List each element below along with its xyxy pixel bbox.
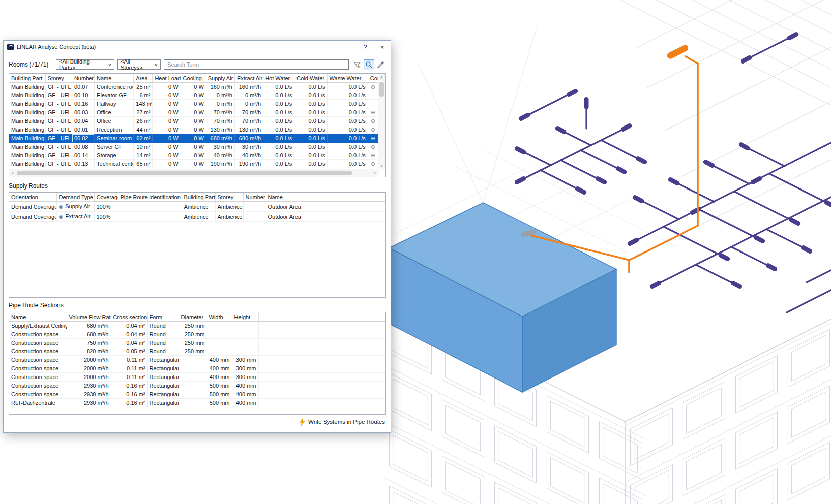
room-row[interactable]: Main BuildingGF - UFL00.08Server GF10 m²… bbox=[9, 143, 378, 151]
room-row-name: Office bbox=[95, 108, 134, 117]
write-systems-action[interactable]: Write Systems in Pipe Routes bbox=[299, 417, 385, 426]
pipe-section-row-height: 300 mm bbox=[232, 356, 258, 364]
filter-icon[interactable] bbox=[352, 59, 363, 70]
column-header-number[interactable]: Number bbox=[243, 193, 266, 202]
column-header-building_part[interactable]: Building Part bbox=[9, 74, 45, 83]
pipe-section-row-height bbox=[232, 330, 258, 339]
pipe-section-row-volume_flow_rate: 680 m³/h bbox=[67, 322, 111, 330]
help-button[interactable]: ? bbox=[357, 41, 374, 53]
building-parts-select[interactable]: <All Building Parts> ∨ bbox=[56, 59, 114, 70]
supply-route-row[interactable]: Demand Coverage◉Supply Air100%AmbienceAm… bbox=[9, 202, 385, 212]
column-header-area[interactable]: Area bbox=[134, 74, 153, 83]
column-header-heat_load[interactable]: Heat Load bbox=[153, 74, 181, 83]
column-header-name[interactable]: Name bbox=[95, 74, 134, 83]
column-header-storey[interactable]: Storey bbox=[215, 193, 243, 202]
pipe-section-row-volume_flow_rate: 2930 m³/h bbox=[67, 382, 111, 390]
column-header-filler[interactable] bbox=[258, 312, 385, 322]
connections-icon: ⊕ bbox=[371, 135, 375, 141]
room-row-building_part: Main Building bbox=[9, 125, 45, 134]
room-row[interactable]: Main BuildingGF - UFL00.13Technical cent… bbox=[9, 160, 378, 168]
pipe-section-row[interactable]: Construction space820 m³/h0.05 m²Round25… bbox=[9, 347, 385, 356]
scroll-right-icon[interactable]: › bbox=[371, 169, 378, 176]
column-header-pipe_route_identification[interactable]: Pipe Route Identification bbox=[118, 193, 182, 202]
room-row-cooling: 0 W bbox=[181, 134, 206, 143]
room-row-waste_water: 0.0 L/s bbox=[327, 151, 368, 160]
pipe-section-row-filler bbox=[258, 356, 385, 364]
column-header-cooling[interactable]: Cooling bbox=[181, 74, 206, 83]
dialog-titlebar[interactable]: LINEAR Analyse Concept (beta) ? × bbox=[4, 41, 391, 53]
close-button[interactable]: × bbox=[374, 41, 391, 53]
column-header-number[interactable]: Number bbox=[72, 74, 94, 83]
room-row[interactable]: Main BuildingGF - UFL00.01Reception44 m²… bbox=[9, 125, 378, 134]
room-row[interactable]: Main BuildingGF - UFL00.07Conference roo… bbox=[9, 83, 378, 91]
column-header-storey[interactable]: Storey bbox=[45, 74, 72, 83]
scroll-up-icon[interactable]: ∧ bbox=[378, 74, 385, 81]
room-row[interactable]: Main BuildingGF - UFL00.10Elevator GF6 m… bbox=[9, 91, 378, 100]
column-header-supply_air[interactable]: Supply Air bbox=[206, 74, 234, 83]
pipe-section-row-volume_flow_rate: 680 m³/h bbox=[67, 330, 111, 339]
column-header-building_part[interactable]: Building Part bbox=[182, 193, 215, 202]
storeys-select[interactable]: <All Storeys> ∨ bbox=[117, 59, 161, 70]
search-icon[interactable] bbox=[364, 59, 374, 70]
room-row-cold_water: 0.0 L/s bbox=[294, 125, 327, 134]
pipe-section-row[interactable]: Construction space750 m³/h0.04 m²Round25… bbox=[9, 339, 385, 347]
column-header-hot_water[interactable]: Hot Water bbox=[263, 74, 294, 83]
pipe-section-row[interactable]: Construction space2000 m³/h0.11 m²Rectan… bbox=[9, 373, 385, 382]
column-header-orientation[interactable]: Orientation bbox=[9, 193, 56, 202]
pipe-section-row-cross_section: 0.16 m² bbox=[111, 390, 147, 399]
column-header-name[interactable]: Name bbox=[266, 193, 385, 202]
vertical-scrollbar[interactable]: ∧ ∨ bbox=[378, 74, 385, 169]
pipe-section-row[interactable]: Construction space2930 m³/h0.16 m²Rectan… bbox=[9, 390, 385, 399]
column-header-waste_water[interactable]: Waste Water bbox=[327, 74, 368, 83]
room-row-cold_water: 0.0 L/s bbox=[294, 108, 327, 117]
column-header-form[interactable]: Form bbox=[147, 312, 179, 322]
column-header-diameter[interactable]: Diameter bbox=[179, 312, 207, 322]
column-header-con[interactable]: Con bbox=[368, 74, 378, 83]
scroll-down-icon[interactable]: ∨ bbox=[378, 162, 385, 169]
room-row-building_part: Main Building bbox=[9, 160, 45, 168]
room-row[interactable]: Main BuildingGF - UFL00.14Storage14 m²0 … bbox=[9, 151, 378, 160]
connections-icon: ⊕ bbox=[371, 109, 375, 115]
vertical-scroll-thumb[interactable] bbox=[379, 82, 384, 97]
pipette-icon[interactable] bbox=[375, 59, 386, 70]
pipe-section-row[interactable]: Construction space680 m³/h0.04 m²Round25… bbox=[9, 330, 385, 339]
search-input[interactable] bbox=[164, 59, 349, 70]
pipe-section-row-height: 400 mm bbox=[232, 399, 258, 407]
pipe-section-row[interactable]: Construction space2000 m³/h0.11 m²Rectan… bbox=[9, 356, 385, 364]
supply-route-row-storey: Ambience bbox=[215, 202, 243, 212]
room-row[interactable]: Main BuildingGF - UFL00.16Hallway143 m²0… bbox=[9, 100, 378, 108]
rooms-table-wrap: Building PartStoreyNumberNameAreaHeat Lo… bbox=[9, 74, 378, 169]
room-row-heat_load: 0 W bbox=[153, 151, 181, 160]
room-row-cooling: 0 W bbox=[181, 151, 206, 160]
column-header-demand_type[interactable]: Demand Type bbox=[56, 193, 94, 202]
room-row[interactable]: Main BuildingGF - UFL00.04Office26 m²0 W… bbox=[9, 117, 378, 125]
column-header-volume_flow_rate[interactable]: Volume Flow Rate bbox=[67, 312, 111, 322]
connections-icon: ⊕ bbox=[371, 161, 375, 167]
room-row-building_part: Main Building bbox=[9, 91, 45, 100]
pipe-section-row-volume_flow_rate: 2930 m³/h bbox=[67, 399, 111, 407]
selected-room-volume[interactable] bbox=[389, 203, 616, 392]
column-header-name[interactable]: Name bbox=[9, 312, 67, 322]
pipe-section-row[interactable]: RLT-Dachzentrale2930 m³/h0.16 m²Rectangu… bbox=[9, 399, 385, 407]
supply-route-row[interactable]: Demand Coverage◉Extract Air100%AmbienceA… bbox=[9, 212, 385, 222]
room-row-number: 00.03 bbox=[72, 108, 94, 117]
pipe-section-row[interactable]: Supply/Exhaust Ceiling680 m³/h0.04 m²Rou… bbox=[9, 322, 385, 330]
room-row-building_part: Main Building bbox=[9, 143, 45, 151]
scroll-left-icon[interactable]: ‹ bbox=[9, 169, 16, 176]
room-row-con: ⊕ bbox=[368, 108, 378, 117]
column-header-cold_water[interactable]: Cold Water bbox=[294, 74, 327, 83]
column-header-coverage[interactable]: Coverage bbox=[94, 193, 118, 202]
room-row[interactable]: Main BuildingGF - UFL00.02Seminar room62… bbox=[9, 134, 378, 143]
horizontal-scroll-thumb[interactable] bbox=[17, 171, 352, 175]
column-header-width[interactable]: Width bbox=[207, 312, 232, 322]
horizontal-scrollbar[interactable]: ‹ › bbox=[9, 169, 378, 177]
room-row-supply_air: 680 m³/h bbox=[206, 134, 234, 143]
room-row[interactable]: Main BuildingGF - UFL00.03Office27 m²0 W… bbox=[9, 108, 378, 117]
column-header-extract_air[interactable]: Extract Air bbox=[234, 74, 263, 83]
pipe-section-row[interactable]: Construction space2930 m³/h0.16 m²Rectan… bbox=[9, 382, 385, 390]
pipe-section-row[interactable]: Construction space2000 m³/h0.11 m²Rectan… bbox=[9, 364, 385, 373]
room-row-storey: GF - UFL bbox=[45, 91, 72, 100]
column-header-cross_section[interactable]: Cross section bbox=[111, 312, 147, 322]
column-header-height[interactable]: Height bbox=[232, 312, 258, 322]
supply-route-row-name: Outdoor Area bbox=[266, 202, 385, 212]
